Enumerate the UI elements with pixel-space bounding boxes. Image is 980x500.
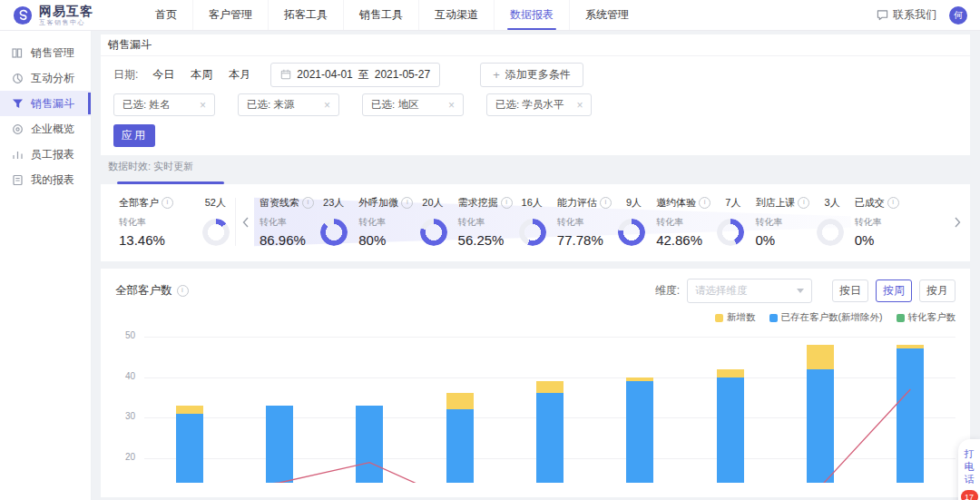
floating-action-widget: 打电话 17 消息 [958,439,980,500]
funnel-stage: 已成交i转化率0% [849,196,948,248]
call-button[interactable]: 打电话 [965,447,975,485]
info-icon[interactable]: i [401,197,413,209]
info-icon[interactable]: i [302,197,314,209]
sidebar-item-label: 互动分析 [31,71,74,86]
close-icon[interactable]: × [576,99,583,112]
chevron-right-icon[interactable] [948,196,966,248]
info-icon[interactable]: i [600,197,612,209]
funnel-stage-header: 需求挖掘i16人 [458,196,546,210]
conversion-rate-label: 转化率 [260,216,317,229]
funnel-stage-header: 到店上课i3人 [755,196,843,210]
stacked-bar [176,406,203,483]
plot-canvas [144,330,956,483]
analysis-icon [12,73,24,84]
filter-tag[interactable]: 已选: 来源× [238,93,339,116]
contact-us-button[interactable]: 联系我们 [877,7,936,23]
apply-button[interactable]: 应用 [113,124,155,147]
info-icon[interactable]: i [177,285,189,297]
period-button[interactable]: 按日 [832,279,868,302]
calendar-icon [280,69,291,80]
sidebar-item-report[interactable]: 我的报表 [0,167,91,192]
y-axis-tick: 40 [125,371,135,381]
filter-panel: 日期: 今日 本周 本月 2021-04-01 至 2021-05-27 + 添… [101,56,970,155]
period-button[interactable]: 按月 [919,279,956,302]
preset-today[interactable]: 今日 [152,67,174,83]
dimension-select[interactable]: 请选择维度 [687,279,812,303]
nav-item[interactable]: 数据报表 [494,0,569,30]
close-icon[interactable]: × [448,99,455,112]
legend-item[interactable]: 已存在客户数(新增除外) [769,311,883,324]
app-root: 网易互客 互客销售中心 首页客户管理拓客工具销售工具互动渠道数据报表系统管理 联… [0,0,980,500]
date-range-picker[interactable]: 2021-04-01 至 2021-05-27 [270,63,440,87]
barchart-icon [12,149,24,161]
conversion-rate-value: 80% [358,232,416,248]
stacked-bar [807,345,834,483]
nav-item[interactable]: 拓客工具 [268,0,343,30]
funnel-stage: 外呼加微i20人转化率80% [353,196,452,248]
bar-segment-existing [626,381,653,483]
nav-item[interactable]: 系统管理 [569,0,644,30]
funnel-stage-name: 能力评估 [557,196,597,210]
info-icon[interactable]: i [501,197,513,209]
donut-chart [717,219,744,246]
funnel-stage-body: 转化率0% [855,216,943,248]
info-icon[interactable]: i [887,197,899,209]
nav-item[interactable]: 互动渠道 [418,0,494,30]
funnel-stage-header: 已成交i [855,196,943,210]
funnel-stage-count: 20人 [422,196,446,210]
bar-segment-existing [356,406,383,483]
donut-chart [519,219,546,246]
conversion-rate-label: 转化率 [119,216,199,229]
close-icon[interactable]: × [200,99,206,112]
bar-segment-new [717,369,744,377]
legend-item[interactable]: 转化客户数 [897,311,956,324]
stacked-bar [626,377,653,483]
data-freshness-tab[interactable]: 数据时效: 实时更新 [101,155,970,184]
page-title: 销售漏斗 [108,37,152,53]
sidebar-item-analysis[interactable]: 互动分析 [0,65,91,91]
filter-tag[interactable]: 已选: 姓名× [113,93,215,116]
bar-segment-new [446,393,474,409]
sidebar-item-label: 销售管理 [31,45,74,61]
preset-this-month[interactable]: 本月 [229,67,250,83]
add-condition-button[interactable]: + 添加更多条件 [480,63,583,87]
nav-item[interactable]: 销售工具 [343,0,418,30]
sidebar-item-grid[interactable]: 销售管理 [0,40,91,65]
donut-chart [420,219,447,246]
add-condition-label: 添加更多条件 [505,67,571,83]
funnel-stats-card: 全部客户i52人转化率13.46%留资线索i23人转化率86.96%外呼加微i2… [101,184,970,261]
bar-slot [234,330,324,483]
nav-item[interactable]: 客户管理 [192,0,268,30]
chevron-down-icon [797,289,804,293]
info-icon[interactable]: i [699,197,710,209]
donut-chart [320,219,348,246]
funnel-stage-body: 转化率42.86% [656,216,744,248]
close-icon[interactable]: × [324,99,330,112]
funnel-stage-body: 转化率13.46% [119,216,230,248]
sidebar-item-label: 企业概览 [31,122,74,137]
sidebar-item-overview[interactable]: 企业概览 [0,116,91,142]
conversion-rate-value: 77.78% [557,232,614,248]
period-button-group: 按日按周按月 [832,279,956,302]
sidebar-item-barchart[interactable]: 员工报表 [0,142,91,167]
stacked-bar [536,381,564,483]
filter-tag-label: 已选: 地区 [371,98,418,112]
message-count-badge: 17 [961,490,978,500]
chevron-left-icon[interactable] [236,196,254,248]
brand-logo: 网易互客 互客销售中心 [13,5,129,25]
info-icon[interactable]: i [798,197,809,209]
info-icon[interactable]: i [162,197,173,209]
main-content: 销售漏斗 日期: 今日 本周 本月 2021-04-01 至 2021-05-2… [92,31,980,500]
period-button[interactable]: 按周 [876,279,912,302]
filter-tag[interactable]: 已选: 学员水平× [486,93,592,116]
avatar[interactable]: 何 [949,6,967,25]
brand-text: 网易互客 互客销售中心 [39,5,93,25]
filter-tag[interactable]: 已选: 地区× [362,93,464,116]
plus-icon: + [493,68,500,82]
funnel-band-wrap: 留资线索i23人转化率86.96%外呼加微i20人转化率80%需求挖掘i16人转… [254,196,948,248]
legend-item[interactable]: 新增数 [715,311,756,324]
funnel-stage-name: 到店上课 [755,196,795,210]
sidebar-item-funnel[interactable]: 销售漏斗 [0,91,91,116]
nav-item[interactable]: 首页 [140,0,192,30]
preset-this-week[interactable]: 本周 [191,67,212,83]
